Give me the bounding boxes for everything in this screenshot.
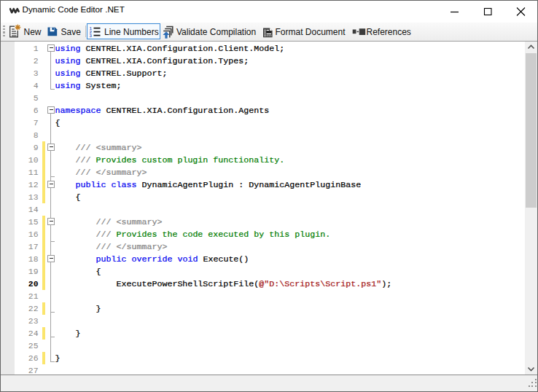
svg-text:3: 3 [90, 34, 92, 38]
